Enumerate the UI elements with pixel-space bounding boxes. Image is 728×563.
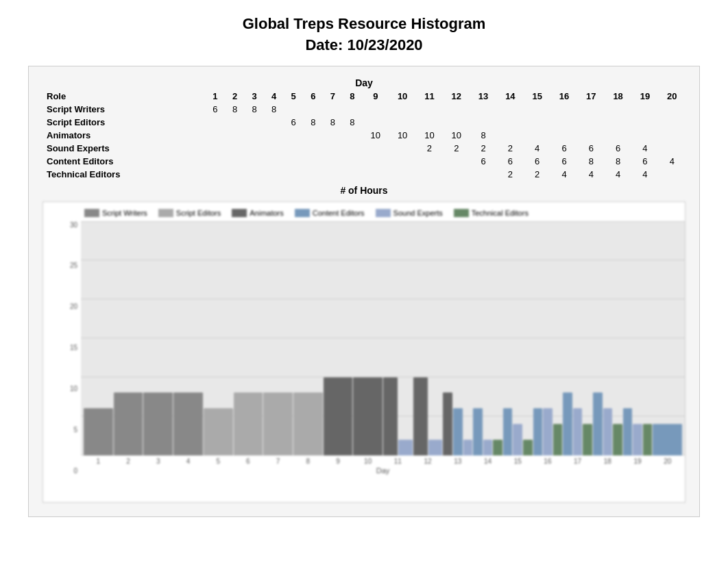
bar — [293, 392, 323, 455]
day-header-1: 1 — [206, 90, 226, 103]
value-cell — [362, 116, 389, 129]
bar — [324, 377, 353, 455]
value-cell — [524, 103, 550, 116]
value-cell — [245, 155, 265, 168]
value-cell — [578, 103, 605, 116]
value-cell — [470, 168, 496, 181]
value-cell — [362, 142, 389, 155]
x-axis-label: 17 — [563, 458, 592, 465]
value-cell — [550, 129, 577, 142]
bar — [563, 392, 572, 455]
value-cell — [225, 168, 245, 181]
x-axis-label: 13 — [443, 458, 472, 465]
legend-item: Technical Editors — [454, 209, 529, 217]
day-header-label: Day — [43, 77, 685, 88]
value-cell — [389, 168, 415, 181]
role-cell: Sound Experts — [43, 142, 206, 155]
value-cell — [416, 168, 443, 181]
bar — [463, 440, 473, 455]
bar-group-day-8 — [293, 221, 323, 455]
role-column-header: Role — [43, 90, 206, 103]
bar-group-day-11 — [383, 221, 413, 455]
day-header-17: 17 — [578, 90, 605, 103]
value-cell — [284, 168, 304, 181]
value-cell — [206, 129, 226, 142]
day-header-18: 18 — [605, 90, 631, 103]
bar — [453, 408, 463, 455]
bar-group-day-10 — [353, 221, 383, 455]
x-axis-label: 8 — [293, 458, 323, 465]
value-cell — [225, 142, 245, 155]
value-cell — [284, 142, 304, 155]
bar — [428, 440, 443, 455]
histogram-container: Day Role 1234567891011121314151617181920… — [28, 66, 700, 517]
value-cell: 8 — [470, 129, 496, 142]
value-cell: 6 — [578, 142, 605, 155]
x-axis-label: 14 — [473, 458, 502, 465]
value-cell: 6 — [550, 155, 577, 168]
bar — [493, 440, 502, 455]
day-header-9: 9 — [362, 90, 389, 103]
value-cell — [416, 116, 443, 129]
value-cell: 6 — [524, 155, 550, 168]
bar — [543, 408, 553, 455]
value-cell — [303, 142, 323, 155]
role-cell: Script Writers — [43, 103, 206, 116]
x-axis-label: 3 — [143, 458, 173, 465]
bar — [353, 377, 383, 455]
hours-label: # of Hours — [43, 185, 685, 196]
value-cell — [497, 103, 524, 116]
legend-item: Animators — [232, 209, 284, 217]
value-cell: 8 — [303, 116, 323, 129]
y-axis-label: 15 — [70, 344, 77, 351]
value-cell: 8 — [264, 103, 284, 116]
bar-group-day-19 — [623, 221, 653, 455]
value-cell — [578, 129, 605, 142]
bar — [443, 392, 452, 455]
value-cell: 2 — [470, 142, 496, 155]
value-cell — [443, 155, 470, 168]
bar — [173, 392, 203, 455]
day-header-3: 3 — [245, 90, 265, 103]
bar-group-day-14 — [473, 221, 502, 455]
day-header-6: 6 — [303, 90, 323, 103]
bar-group-day-7 — [263, 221, 293, 455]
value-cell: 2 — [416, 142, 443, 155]
value-cell — [323, 155, 343, 168]
bar-group-day-13 — [443, 221, 472, 455]
value-cell — [389, 142, 415, 155]
x-axis-label: 19 — [623, 458, 653, 465]
x-axis-label: 11 — [383, 458, 413, 465]
day-header-14: 14 — [497, 90, 524, 103]
value-cell — [605, 103, 631, 116]
table-row: Script Editors6888 — [43, 116, 685, 129]
bar-group-day-15 — [503, 221, 533, 455]
value-cell — [605, 129, 631, 142]
table-row: Technical Editors224444 — [43, 168, 685, 181]
role-cell: Script Editors — [43, 116, 206, 129]
legend-item: Script Writers — [84, 209, 147, 217]
value-cell — [323, 142, 343, 155]
legend-color — [158, 209, 173, 217]
bar-group-day-1 — [84, 221, 113, 455]
value-cell — [206, 155, 226, 168]
bar-group-day-6 — [234, 221, 263, 455]
value-cell: 6 — [605, 142, 631, 155]
table-section: Day Role 1234567891011121314151617181920… — [43, 77, 685, 196]
value-cell: 6 — [631, 155, 658, 168]
value-cell — [245, 142, 265, 155]
value-cell — [524, 129, 550, 142]
x-axis-label: 15 — [503, 458, 533, 465]
x-axis-label: 1 — [84, 458, 113, 465]
day-header-19: 19 — [631, 90, 658, 103]
bar-group-day-2 — [114, 221, 143, 455]
value-cell: 2 — [443, 142, 470, 155]
value-cell: 4 — [605, 168, 631, 181]
value-cell — [659, 168, 685, 181]
bar — [523, 440, 533, 455]
legend-label: Technical Editors — [472, 209, 529, 217]
value-cell: 4 — [578, 168, 605, 181]
x-axis-label: 4 — [173, 458, 203, 465]
value-cell — [443, 103, 470, 116]
value-cell: 4 — [550, 168, 577, 181]
